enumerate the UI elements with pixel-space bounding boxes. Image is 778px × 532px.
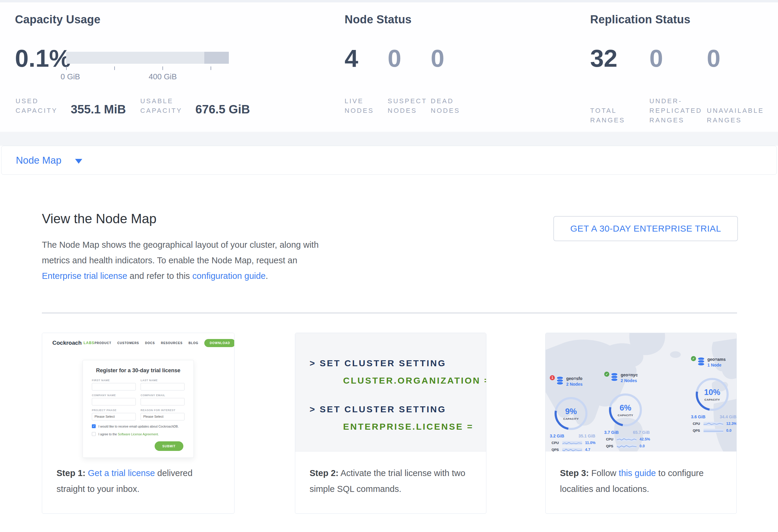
capacity-range: 3.7 GiB 65.7 GiB — [604, 430, 650, 435]
dead-nodes-value: 0 — [431, 46, 445, 71]
axis-label-0: 0 GiB — [60, 72, 80, 81]
capacity-gauge: 9% CAPACITY — [555, 397, 588, 430]
locality-widget-ams: ✓ geo=ams 1 Node 10% CAPACITY — [691, 357, 737, 432]
locality-nodes: 1 Node — [707, 363, 726, 367]
error-count-badge: 1 — [550, 375, 555, 380]
capacity-stats-row: USEDCAPACITY 355.1 MiB USABLECAPACITY 67… — [15, 96, 250, 116]
locality-widget-sfo: 1 geo=sfo 2 Nodes 9% CAPACITY — [550, 376, 604, 452]
step2-label: Step 2: — [310, 468, 338, 478]
get-enterprise-trial-button[interactable]: GET A 30-DAY ENTERPRISE TRIAL — [553, 216, 738, 241]
replication-status-section: Replication Status 32 0 0 TOTALRANGES UN… — [590, 13, 770, 121]
step2-caption: Step 2: Activate the trial license with … — [295, 452, 486, 514]
capacity-used-percent: 0.1% — [15, 46, 71, 71]
capacity-caption: CAPACITY — [618, 413, 633, 417]
cluster-overview-page: Capacity Usage 0.1% 0 GiB 400 GiB USEDCA… — [0, 0, 778, 532]
used-capacity-value: 355.1 MiB — [71, 103, 126, 116]
suspect-nodes-value: 0 — [388, 46, 431, 71]
capacity-caption: CAPACITY — [704, 398, 720, 401]
cpu-sparkline — [617, 438, 636, 441]
mock-submit-button: SUBMIT — [155, 441, 183, 451]
healthy-check-badge: ✓ — [604, 372, 609, 377]
mock-checkbox-label: I agree to the Software License Agreemen… — [98, 432, 159, 436]
locality-nodes: 2 Nodes — [621, 378, 638, 383]
node-map-dropdown-label: Node Map — [16, 155, 61, 166]
checkbox-checked-icon: ✓ — [92, 424, 96, 428]
mock-field-label: COMPANY NAME — [92, 394, 136, 397]
axis-tick — [162, 66, 163, 70]
checkbox-empty-icon — [92, 432, 96, 436]
trial-registration-thumbnail: Cockroach LABS PRODUCT CUSTOMERS DOCS RE… — [42, 333, 234, 452]
usable-capacity-stat: USABLECAPACITY 676.5 GiB — [140, 96, 250, 116]
mock-download-button: DOWNLOAD — [204, 339, 235, 347]
cpu-sparkline — [562, 441, 582, 445]
database-icon — [611, 373, 618, 381]
capacity-caption: CAPACITY — [563, 417, 579, 421]
step3-label: Step 3: — [560, 468, 589, 478]
locality-widget-nyc: ✓ geo=nyc 2 Nodes 6% CAPACITY — [604, 373, 658, 448]
under-replicated-ranges-value: 0 — [649, 46, 707, 71]
usable-capacity-value: 676.5 GiB — [195, 103, 250, 116]
qps-sparkline — [704, 429, 723, 433]
chevron-down-icon — [75, 159, 82, 164]
mock-nav-item: BLOG — [188, 341, 198, 345]
qps-metric-row: QPS 0.0 — [606, 444, 644, 448]
capacity-percent: 10% — [704, 388, 720, 397]
sql-commands-thumbnail: > SET CLUSTER SETTING CLUSTER.ORGANIZATI… — [295, 333, 486, 452]
mock-nav-item: RESOURCES — [161, 341, 182, 345]
step1-caption: Step 1: Get a trial license delivered st… — [42, 452, 234, 514]
capacity-bar-chart: 0 GiB 400 GiB — [66, 52, 251, 64]
capacity-bar-nonusable-segment — [204, 52, 229, 64]
unavailable-ranges-label: UNAVAILABLERANGES — [707, 106, 764, 125]
mock-field-label: LAST NAME — [141, 379, 184, 382]
node-status-values: 4 0 0 — [344, 46, 445, 71]
database-icon — [556, 376, 564, 385]
suspect-nodes-label: SUSPECTNODES — [388, 96, 431, 116]
cpu-metric-row: CPU 11.0% — [552, 441, 596, 445]
page-top-strip — [0, 0, 778, 2]
cpu-metric-row: CPU 12.3% — [693, 422, 737, 426]
intro-text: and refer to this — [127, 271, 192, 281]
usable-capacity-label: USABLECAPACITY — [140, 96, 182, 116]
mock-site-brand-suffix: LABS — [83, 341, 94, 345]
mock-field-label: COMPANY EMAIL — [141, 394, 184, 397]
node-map-dropdown[interactable]: Node Map — [1, 146, 777, 175]
enterprise-trial-license-link[interactable]: Enterprise trial license — [42, 271, 127, 281]
used-capacity-stat: USEDCAPACITY 355.1 MiB — [15, 96, 126, 116]
capacity-gauge: 6% CAPACITY — [609, 393, 642, 427]
locality-name: geo=nyc — [621, 373, 638, 377]
mock-form-title: Register for a 30-day trial license — [92, 367, 184, 374]
sql-line: > SET CLUSTER SETTING — [310, 358, 486, 368]
live-nodes-label: LIVENODES — [344, 96, 388, 116]
mock-site-nav: PRODUCT CUSTOMERS DOCS RESOURCES BLOG DO… — [94, 339, 235, 347]
intro-paragraph: The Node Map shows the geographical layo… — [42, 237, 327, 284]
axis-tick — [211, 66, 211, 70]
get-trial-license-link[interactable]: Get a trial license — [88, 468, 155, 478]
mock-field-label: REASON FOR INTEREST — [141, 409, 184, 412]
healthy-check-badge: ✓ — [691, 356, 696, 361]
dead-nodes-label: DEADNODES — [431, 96, 460, 116]
replication-status-title: Replication Status — [590, 13, 770, 26]
this-guide-link[interactable]: this guide — [619, 468, 656, 478]
cluster-summary-bar: Capacity Usage 0.1% 0 GiB 400 GiB USEDCA… — [0, 2, 778, 132]
capacity-usage-section: Capacity Usage 0.1% 0 GiB 400 GiB USEDCA… — [15, 13, 263, 121]
capacity-gauge: 10% CAPACITY — [696, 378, 729, 411]
mock-site-header: Cockroach LABS PRODUCT CUSTOMERS DOCS RE… — [42, 338, 234, 348]
mock-select: Please Select — [92, 413, 136, 421]
step3-card: 1 geo=sfo 2 Nodes 9% CAPACITY — [545, 333, 737, 514]
page-title: View the Node Map — [42, 211, 156, 226]
step3-caption: Step 3: Follow this guide to configure l… — [546, 452, 736, 514]
configuration-guide-link[interactable]: configuration guide — [192, 271, 265, 281]
capacity-range: 3.2 GiB 35.1 GiB — [550, 434, 595, 438]
qps-metric-row: QPS 0.0 — [693, 429, 731, 433]
live-nodes-value: 4 — [344, 46, 388, 71]
axis-tick — [66, 66, 67, 70]
total-ranges-label: TOTALRANGES — [590, 106, 649, 125]
node-status-section: Node Status 4 0 0 LIVENODES SUSPECTNODES… — [344, 13, 512, 121]
cpu-metric-row: CPU 42.5% — [606, 437, 650, 441]
capacity-bar-track — [66, 52, 229, 64]
mock-nav-item: PRODUCT — [94, 341, 111, 345]
node-status-labels: LIVENODES SUSPECTNODES DEADNODES — [344, 96, 460, 116]
unavailable-ranges-value: 0 — [707, 46, 720, 71]
sql-line: > SET CLUSTER SETTING — [310, 404, 486, 414]
under-replicated-ranges-label: UNDER-REPLICATEDRANGES — [649, 96, 707, 125]
